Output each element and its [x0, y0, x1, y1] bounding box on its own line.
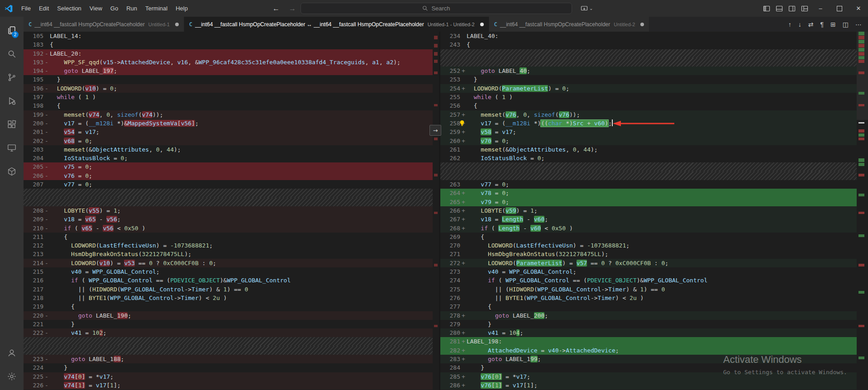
code-text[interactable]: goto LABEL_200;	[467, 311, 857, 320]
code-text[interactable]: HsmDbgBreakOnStatus(3221278475LL);	[467, 250, 857, 258]
split-editor-button[interactable]: ◫	[843, 21, 849, 28]
code-text[interactable]: memset(&ObjectAttributes, 0, 44);	[50, 145, 433, 154]
modified-dot-icon[interactable]	[640, 23, 644, 26]
modified-dot-icon[interactable]	[480, 23, 484, 26]
code-text[interactable]: LOBYTE(v59) = 1;	[467, 206, 857, 215]
code-text[interactable]: v77 = 0;	[467, 180, 857, 189]
menu-edit[interactable]: Edit	[35, 0, 53, 17]
code-text[interactable]: v40 = WPP_GLOBAL_Control;	[467, 267, 857, 276]
code-text[interactable]: v79 = 0;	[467, 198, 857, 206]
code-text[interactable]: v77 = 0;	[50, 180, 433, 189]
more-actions-button[interactable]: ⋯	[855, 21, 862, 28]
code-text[interactable]: }	[50, 363, 433, 372]
code-text[interactable]: while ( 1 )	[50, 93, 433, 101]
code-line[interactable]: 195 }	[24, 75, 433, 84]
open-file-button[interactable]: ⊞	[830, 21, 836, 28]
menu-go[interactable]: Go	[106, 0, 122, 17]
code-line[interactable]: 220- goto LABEL_190;	[24, 311, 433, 320]
code-line[interactable]: 216 if ( WPP_GLOBAL_Control == (PDEVICE_…	[24, 276, 433, 285]
code-text[interactable]: v68 = 0;	[50, 137, 433, 145]
code-text[interactable]: {	[50, 233, 433, 241]
code-text[interactable]: v75 = 0;	[50, 162, 433, 171]
code-text[interactable]: v41 = 104;	[467, 328, 857, 337]
code-text[interactable]: v76[1] = v17[1];	[467, 381, 857, 390]
code-text[interactable]: v78 = 0;	[467, 189, 857, 197]
code-line[interactable]: 260+ v70 = 0;	[440, 137, 857, 145]
code-text[interactable]: {	[50, 40, 433, 49]
code-text[interactable]: v58 = v17;	[467, 128, 857, 136]
code-text[interactable]: LODWORD(ParameterList) = 0;	[467, 84, 857, 93]
code-text[interactable]: if ( WPP_GLOBAL_Control == (PDEVICE_OBJE…	[467, 276, 857, 285]
minimize-button[interactable]: –	[811, 0, 830, 17]
menu-help[interactable]: Help	[172, 0, 192, 17]
code-line[interactable]: 267+ v18 = Length - v60;	[440, 215, 857, 224]
code-text[interactable]: v54 = v17;	[50, 128, 433, 136]
close-button[interactable]: ✕	[849, 0, 868, 17]
settings-gear-icon[interactable]	[1, 365, 23, 388]
code-line[interactable]: 252+ goto LABEL_40;	[440, 67, 857, 75]
code-line[interactable]: 196- LODWORD(v10) = 0;	[24, 84, 433, 93]
code-line[interactable]: 198 {	[24, 101, 433, 110]
overview-ruler-original[interactable]	[433, 32, 439, 390]
code-line[interactable]: 226- v74[1] = v17[1];	[24, 381, 433, 390]
code-line[interactable]: 266+ LOBYTE(v59) = 1;	[440, 206, 857, 215]
code-line[interactable]: 221 }	[24, 320, 433, 328]
maximize-button[interactable]	[830, 0, 849, 17]
code-text[interactable]: goto LABEL_188;	[50, 355, 433, 363]
code-text[interactable]: if ( WPP_GLOBAL_Control == (PDEVICE_OBJE…	[50, 276, 433, 285]
code-line[interactable]: 213 HsmDbgBreakOnStatus(3221278475LL);	[24, 250, 433, 258]
code-text[interactable]: if ( Length - v60 < 0x50 )	[467, 224, 857, 233]
code-text[interactable]: LABEL_20:	[50, 49, 433, 58]
tab-1[interactable]: C__int64 __fastcall HsmpOpCreatePlacehol…	[24, 17, 184, 32]
code-line[interactable]: 271 HsmDbgBreakOnStatus(3221278475LL);	[440, 250, 857, 258]
code-line[interactable]: 278+ goto LABEL_200;	[440, 311, 857, 320]
code-text[interactable]: LABEL_198:	[467, 337, 857, 346]
code-text[interactable]: {	[467, 101, 857, 110]
toggle-secondary-sidebar-icon[interactable]	[788, 5, 796, 12]
code-line[interactable]: 279 }	[440, 320, 857, 328]
source-control-icon[interactable]	[1, 66, 23, 89]
code-text[interactable]: v41 = 102;	[50, 328, 433, 337]
code-line[interactable]: 197 while ( 1 )	[24, 93, 433, 101]
code-text[interactable]: goto LABEL_40;	[467, 67, 857, 75]
code-text[interactable]: if ( v65 - v56 < 0x50 )	[50, 224, 433, 233]
code-line[interactable]: 280+ v41 = 104;	[440, 328, 857, 337]
code-text[interactable]: v76 = 0;	[50, 171, 433, 180]
package-view-icon[interactable]	[1, 160, 23, 183]
code-line[interactable]: 262 IoStatusBlock = 0;	[440, 154, 857, 162]
code-text[interactable]: HsmDbgBreakOnStatus(3221278475LL);	[50, 250, 433, 258]
code-text[interactable]: }	[50, 75, 433, 84]
code-text[interactable]: LODWORD(LastEffectiveUsn) = -1073688821;	[50, 241, 433, 250]
menu-terminal[interactable]: Terminal	[141, 0, 172, 17]
code-line[interactable]: 263 v77 = 0;	[440, 180, 857, 189]
code-text[interactable]: v74[1] = v17[1];	[50, 381, 433, 390]
code-line[interactable]: 270 LODWORD(LastEffectiveUsn) = -1073688…	[440, 241, 857, 250]
code-line[interactable]: 224 }	[24, 363, 433, 372]
explorer-icon[interactable]: 2	[1, 19, 23, 42]
code-text[interactable]: {	[467, 233, 857, 241]
code-text[interactable]: LABEL_14:	[50, 32, 433, 40]
next-change-button[interactable]: ↓	[798, 21, 801, 28]
code-line[interactable]: 209- v18 = v65 - v56;	[24, 215, 433, 224]
code-text[interactable]: || (HIDWORD(WPP_GLOBAL_Control->Timer) &…	[467, 285, 857, 294]
code-line[interactable]: 225- v74[0] = *v17;	[24, 372, 433, 381]
code-text[interactable]: memset(v76, 0, sizeof(v76));	[467, 110, 857, 119]
code-line[interactable]: 217 || (HIDWORD(WPP_GLOBAL_Control->Time…	[24, 285, 433, 294]
overview-ruler-modified[interactable]	[857, 32, 868, 390]
code-line[interactable]: 261 memset(&ObjectAttributes, 0, 44);	[440, 145, 857, 154]
code-line[interactable]: 268+ if ( Length - v60 < 0x50 )	[440, 224, 857, 233]
code-line[interactable]: 275 || (HIDWORD(WPP_GLOBAL_Control->Time…	[440, 285, 857, 294]
code-line[interactable]: 286+ v76[1] = v17[1];	[440, 381, 857, 390]
code-text[interactable]: goto LABEL_197;	[50, 67, 433, 75]
code-text[interactable]: v18 = v65 - v56;	[50, 215, 433, 224]
diff-pane-modified[interactable]: 234LABEL_40:243{252+ goto LABEL_40;253 }…	[440, 32, 857, 390]
code-text[interactable]: || (HIDWORD(WPP_GLOBAL_Control->Timer) &…	[50, 285, 433, 294]
code-text[interactable]: LABEL_40:	[467, 32, 857, 40]
code-line[interactable]: 200- v17 = (__m128i *)&MappedSystemVa[v5…	[24, 119, 433, 128]
code-text[interactable]: {	[50, 101, 433, 110]
code-line[interactable]: 259+ v58 = v17;	[440, 128, 857, 136]
remote-explorer-icon[interactable]	[1, 136, 23, 160]
code-line[interactable]: 206- v76 = 0;	[24, 171, 433, 180]
search-input[interactable]: Search	[300, 3, 572, 14]
code-line[interactable]: 215 v40 = WPP_GLOBAL_Control;	[24, 267, 433, 276]
